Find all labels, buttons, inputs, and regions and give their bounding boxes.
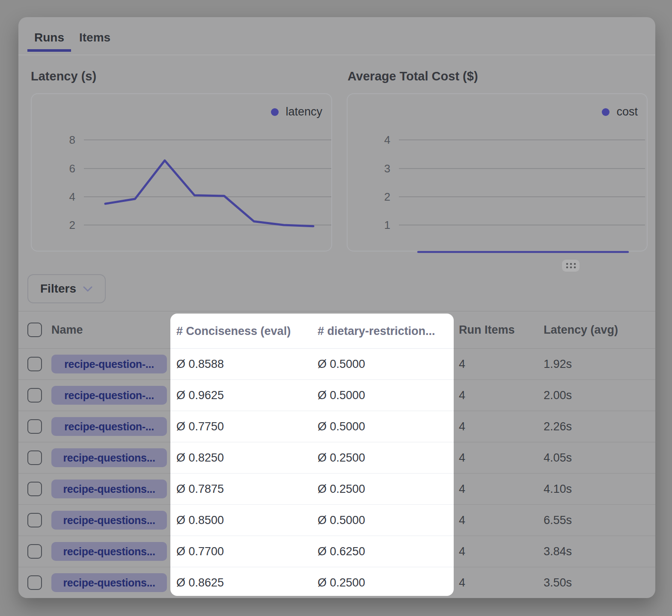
latency-ytick-label: 2 bbox=[32, 218, 75, 232]
conciseness-cell: Ø 0.8500 bbox=[176, 514, 224, 527]
latency-cell: 2.00s bbox=[544, 389, 572, 402]
cost-chart-title: Average Total Cost ($) bbox=[348, 69, 478, 83]
cost-ytick-label: 3 bbox=[348, 162, 390, 175]
highlight-row: Ø 0.7700 Ø 0.6250 bbox=[170, 536, 454, 567]
tabbar-divider bbox=[18, 55, 655, 55]
column-header-name: Name bbox=[51, 323, 83, 337]
highlighted-columns-overlay: # Conciseness (eval) # dietary-restricti… bbox=[170, 314, 454, 596]
run-name-badge[interactable]: recipe-questions... bbox=[51, 448, 167, 467]
conciseness-cell: Ø 0.7700 bbox=[176, 545, 224, 558]
latency-chart-panel: latency 8642 bbox=[31, 93, 332, 252]
cost-legend: cost bbox=[602, 105, 638, 118]
row-checkbox[interactable] bbox=[27, 544, 42, 559]
column-header-latency: Latency (avg) bbox=[544, 323, 618, 337]
dietary-cell: Ø 0.5000 bbox=[318, 514, 365, 527]
highlight-row: Ø 0.9625 Ø 0.5000 bbox=[170, 380, 454, 411]
row-checkbox[interactable] bbox=[27, 388, 42, 403]
conciseness-cell: Ø 0.8250 bbox=[176, 451, 224, 465]
cost-ytick-label: 1 bbox=[348, 218, 390, 232]
run-items-cell: 4 bbox=[459, 545, 465, 558]
latency-ytick-label: 4 bbox=[32, 190, 75, 204]
cost-legend-dot-icon bbox=[602, 108, 610, 116]
select-all-checkbox[interactable] bbox=[27, 323, 42, 337]
column-header-dietary: # dietary-restriction... bbox=[318, 324, 435, 338]
latency-chart-title: Latency (s) bbox=[31, 69, 96, 83]
highlight-row: Ø 0.8625 Ø 0.2500 bbox=[170, 567, 454, 596]
latency-legend-dot-icon bbox=[271, 108, 279, 116]
latency-cell: 3.50s bbox=[544, 576, 572, 589]
run-name-badge[interactable]: recipe-question-... bbox=[51, 386, 167, 405]
cost-legend-label: cost bbox=[616, 105, 638, 118]
latency-ytick-label: 6 bbox=[32, 162, 75, 175]
row-checkbox[interactable] bbox=[27, 450, 42, 465]
highlight-row: Ø 0.8500 Ø 0.5000 bbox=[170, 505, 454, 536]
active-tab-underline bbox=[27, 49, 71, 52]
run-items-cell: 4 bbox=[459, 451, 465, 465]
run-items-cell: 4 bbox=[459, 420, 465, 433]
column-header-run-items: Run Items bbox=[459, 323, 515, 337]
dietary-cell: Ø 0.2500 bbox=[318, 576, 365, 589]
run-name-badge[interactable]: recipe-questions... bbox=[51, 542, 167, 561]
highlight-row: Ø 0.8250 Ø 0.2500 bbox=[170, 442, 454, 474]
conciseness-cell: Ø 0.7875 bbox=[176, 483, 224, 496]
conciseness-cell: Ø 0.8588 bbox=[176, 358, 224, 371]
latency-legend: latency bbox=[271, 105, 322, 118]
latency-cell: 3.84s bbox=[544, 545, 572, 558]
highlight-row: Ø 0.7750 Ø 0.5000 bbox=[170, 411, 454, 442]
drag-dots-icon bbox=[566, 263, 576, 269]
dietary-cell: Ø 0.6250 bbox=[318, 545, 365, 558]
dietary-cell: Ø 0.2500 bbox=[318, 483, 365, 496]
latency-legend-label: latency bbox=[285, 105, 322, 118]
cost-chart-panel: cost 4321 bbox=[347, 93, 648, 252]
chevron-down-icon bbox=[83, 286, 92, 292]
latency-cell: 4.05s bbox=[544, 451, 572, 465]
highlight-header-row: # Conciseness (eval) # dietary-restricti… bbox=[170, 314, 454, 349]
highlight-row: Ø 0.8588 Ø 0.5000 bbox=[170, 349, 454, 380]
filters-button[interactable]: Filters bbox=[27, 274, 106, 303]
dietary-cell: Ø 0.5000 bbox=[318, 420, 365, 433]
run-items-cell: 4 bbox=[459, 483, 465, 496]
row-checkbox[interactable] bbox=[27, 575, 42, 590]
run-name-badge[interactable]: recipe-question-... bbox=[51, 355, 167, 373]
run-items-cell: 4 bbox=[459, 514, 465, 527]
column-header-conciseness: # Conciseness (eval) bbox=[176, 324, 291, 338]
dietary-cell: Ø 0.2500 bbox=[318, 451, 365, 465]
row-checkbox[interactable] bbox=[27, 419, 42, 434]
latency-cell: 1.92s bbox=[544, 358, 572, 371]
latency-cell: 2.26s bbox=[544, 420, 572, 433]
tab-runs[interactable]: Runs bbox=[34, 31, 64, 44]
conciseness-cell: Ø 0.9625 bbox=[176, 389, 224, 402]
row-checkbox[interactable] bbox=[27, 482, 42, 496]
row-checkbox[interactable] bbox=[27, 513, 42, 527]
run-items-cell: 4 bbox=[459, 576, 465, 589]
row-checkbox[interactable] bbox=[27, 357, 42, 371]
run-name-badge[interactable]: recipe-questions... bbox=[51, 480, 167, 498]
latency-ytick-label: 8 bbox=[32, 133, 75, 147]
run-name-badge[interactable]: recipe-questions... bbox=[51, 573, 167, 592]
run-name-badge[interactable]: recipe-questions... bbox=[51, 511, 167, 530]
cost-ytick-label: 4 bbox=[348, 133, 390, 147]
filters-button-label: Filters bbox=[40, 282, 76, 296]
latency-cell: 6.55s bbox=[544, 514, 572, 527]
resize-drag-handle[interactable] bbox=[562, 260, 580, 272]
conciseness-cell: Ø 0.8625 bbox=[176, 576, 224, 589]
run-items-cell: 4 bbox=[459, 389, 465, 402]
conciseness-cell: Ø 0.7750 bbox=[176, 420, 224, 433]
run-name-badge[interactable]: recipe-question-... bbox=[51, 417, 167, 436]
tab-items[interactable]: Items bbox=[79, 31, 110, 44]
highlight-row: Ø 0.7875 Ø 0.2500 bbox=[170, 474, 454, 505]
dietary-cell: Ø 0.5000 bbox=[318, 389, 365, 402]
latency-cell: 4.10s bbox=[544, 483, 572, 496]
dietary-cell: Ø 0.5000 bbox=[318, 358, 365, 371]
cost-ytick-label: 2 bbox=[348, 190, 390, 204]
run-items-cell: 4 bbox=[459, 358, 465, 371]
